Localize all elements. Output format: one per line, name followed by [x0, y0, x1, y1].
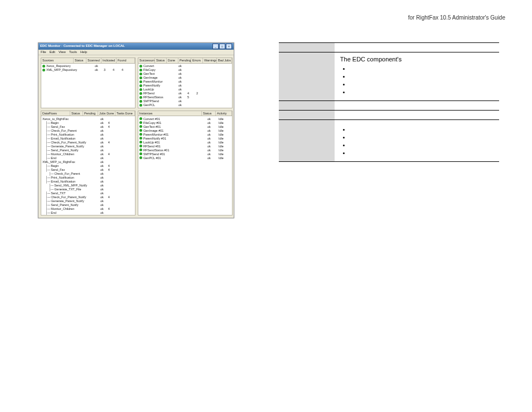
column-table: The EDC component's [279, 42, 499, 162]
dataflows-header: DataFlows Status Pending Jobs Done Tasks… [41, 111, 135, 117]
dataflow-node[interactable]: ├─ Send_Faxok4 [42, 167, 134, 171]
instances-pane: Instances Status Activity Convert #01okI… [138, 111, 233, 216]
sources-header: Sources Status Scanned Indicated Found [41, 58, 135, 64]
status-dot-icon [139, 65, 142, 68]
row-done-desc [335, 101, 499, 111]
status-dot-icon [139, 141, 142, 143]
successors-pane: Successors Status Done Pending Errors Wa… [138, 58, 233, 108]
window-titlebar: EDC Monitor - Connected to EDC Manager o… [38, 43, 234, 50]
dataflow-node[interactable]: ├─ Email_Notificationok [42, 136, 134, 140]
successor-row[interactable]: RFSendStatusok5 [138, 95, 232, 99]
status-dot-icon [139, 96, 142, 99]
successor-row[interactable]: GenImageok [138, 76, 232, 80]
minimize-icon[interactable]: _ [212, 44, 219, 49]
dataflow-node[interactable]: ├─ Check_For_Parent_Notifyok4 [42, 140, 134, 144]
successor-row[interactable]: LookUpok [138, 88, 232, 92]
dataflow-node[interactable]: ├─ Check_For_Parentok [42, 128, 134, 132]
dataflow-node[interactable]: ├─ Check_For_Parentok [42, 171, 134, 175]
status-dot-icon [139, 137, 142, 140]
row-status-label [279, 52, 335, 101]
source-row[interactable]: Xerox_Repositoryok [41, 64, 135, 68]
status-dot-icon [139, 152, 142, 155]
successor-row[interactable]: RFSendok42 [138, 92, 232, 95]
dataflow-node[interactable]: ├─ Beginok4 [42, 121, 134, 124]
status-dot-icon [139, 121, 142, 124]
row-done-label [279, 101, 335, 111]
successor-row[interactable]: GenPCLok [138, 103, 232, 107]
row-pending-label [279, 111, 335, 120]
menu-view[interactable]: View [59, 50, 66, 54]
dataflow-node[interactable]: ├─ Generate_TXT_Fileok [42, 187, 134, 191]
dataflow-node[interactable]: ├─ Generate_Parent_Notifyok [42, 144, 134, 148]
source-row[interactable]: XML_MFP_Repositoryok344 [41, 68, 135, 72]
window-title: EDC Monitor - Connected to EDC Manager o… [40, 44, 212, 48]
status-dot-icon [139, 117, 142, 120]
dataflow-node[interactable]: ├─ Email_Notificationok [42, 179, 134, 183]
instance-row[interactable]: FileCopy #01okIdle [138, 121, 232, 124]
page-header: for RightFax 10.5 Administrator's Guide [408, 15, 505, 21]
successor-row[interactable]: ParentNotifyok [138, 84, 232, 88]
dataflows-pane: DataFlows Status Pending Jobs Done Tasks… [41, 111, 136, 216]
close-icon[interactable]: × [226, 44, 232, 49]
dataflow-node[interactable]: ├─ Print_Notificationok [42, 132, 134, 136]
maximize-icon[interactable]: □ [219, 44, 225, 49]
row-errors-label [279, 120, 335, 161]
status-dot-icon [139, 148, 142, 151]
dataflow-node[interactable]: ├─ Send_Faxok4 [42, 124, 134, 128]
dataflow-node[interactable]: ├─ Monitor_Childrenok4 [42, 152, 134, 156]
dataflow-node[interactable]: ├─ Check_For_Parent_Notifyok4 [42, 195, 134, 199]
successor-row[interactable]: FileCopyok [138, 68, 232, 72]
instance-row[interactable]: ParentMonitor #01okIdle [138, 132, 232, 136]
status-dot-icon [139, 69, 142, 71]
dataflow-node[interactable]: ├─ Generate_Parent_Notifyok [42, 199, 134, 203]
successor-row[interactable]: ParentMonitorok [138, 80, 232, 84]
status-dot-icon [139, 145, 142, 147]
successor-row[interactable]: SMTPSendok [138, 99, 232, 103]
dataflow-node[interactable]: ├─ Print_Notificationok [42, 175, 134, 179]
status-dot-icon [139, 92, 142, 95]
edc-monitor-window: EDC Monitor - Connected to EDC Manager o… [38, 42, 234, 218]
dataflow-node[interactable]: ├─ Endok [42, 210, 134, 214]
menu-edit[interactable]: Edit [50, 50, 55, 54]
menu-file[interactable]: File [41, 50, 46, 54]
status-dot-icon [139, 84, 142, 87]
instance-row[interactable]: ParentNotify #01okIdle [138, 136, 232, 140]
instance-row[interactable]: LookUp #01okIdle [138, 140, 232, 144]
status-dot-icon [139, 156, 142, 159]
dataflow-node[interactable]: ├─ Monitor_Childrenok4 [42, 207, 134, 210]
row-errors-desc [335, 120, 499, 161]
status-dot-icon [139, 104, 142, 107]
th-desc [335, 43, 499, 52]
th-column [279, 43, 335, 52]
dataflow-node[interactable]: ├─ Send_TXTok [42, 191, 134, 195]
status-dot-icon [42, 65, 45, 68]
instance-row[interactable]: RFSendStatus #01okIdle [138, 148, 232, 152]
status-dot-icon [139, 100, 142, 103]
row-status-desc: The EDC component's [335, 52, 499, 101]
status-dot-icon [139, 129, 142, 132]
dataflow-node[interactable]: ├─ Send_Parent_Notifyok [42, 148, 134, 152]
instance-row[interactable]: GenText #01okIdle [138, 124, 232, 128]
dataflow-node[interactable]: ├─ Endok [42, 156, 134, 160]
instance-row[interactable]: GenPCL #01okIdle [138, 156, 232, 160]
status-dot-icon [139, 76, 142, 79]
status-dot-icon [139, 88, 142, 91]
instance-row[interactable]: GenImage #01okIdle [138, 128, 232, 132]
dataflow-node[interactable]: Xerox_to_RightFaxok [42, 117, 134, 121]
successors-header: Successors Status Done Pending Errors Wa… [138, 58, 232, 64]
status-dot-icon [139, 125, 142, 128]
instances-header: Instances Status Activity [138, 111, 232, 117]
successor-row[interactable]: Convertok [138, 64, 232, 68]
row-pending-desc [335, 111, 499, 120]
instance-row[interactable]: RFSend #01okIdle [138, 144, 232, 148]
instance-row[interactable]: Convert #01okIdle [138, 117, 232, 121]
status-dot-icon [139, 133, 142, 136]
dataflow-node[interactable]: ├─ Send_Parent_Notifyok [42, 203, 134, 207]
instance-row[interactable]: SMTPSend #01okIdle [138, 152, 232, 156]
menu-help[interactable]: Help [80, 50, 87, 54]
menu-tools[interactable]: Tools [69, 50, 77, 54]
dataflow-node[interactable]: ├─ Beginok4 [42, 164, 134, 167]
dataflow-node[interactable]: ├─ Send_XML_MFP_Notifyok [42, 183, 134, 187]
dataflow-node[interactable]: XML_MFP_to_RightFaxok [42, 160, 134, 164]
successor-row[interactable]: GenTextok [138, 72, 232, 76]
